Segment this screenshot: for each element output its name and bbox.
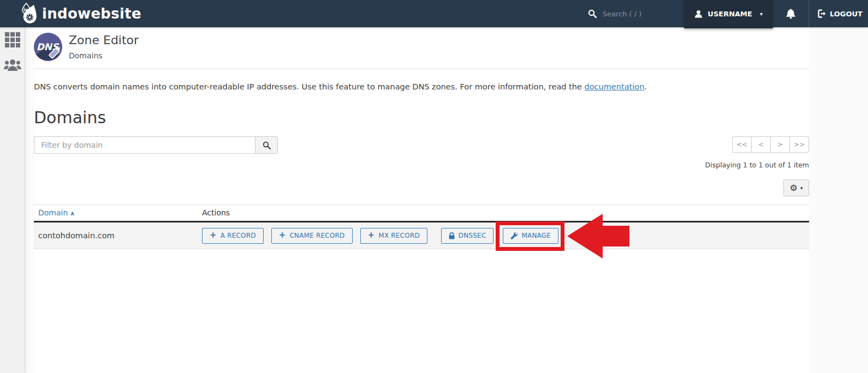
bell-icon <box>786 8 796 19</box>
pagination: << < > >> <box>732 136 809 153</box>
left-sidebar <box>0 27 25 373</box>
domain-cell: contohdomain.com <box>34 231 195 240</box>
pagination-prev-button[interactable]: < <box>751 136 771 153</box>
plus-icon: + <box>210 231 217 239</box>
nav-search-field[interactable]: Search ( / ) <box>588 9 642 18</box>
wrench-icon <box>510 232 518 239</box>
pagination-last-button[interactable]: >> <box>789 136 809 153</box>
notifications-button[interactable] <box>773 0 808 27</box>
chevron-down-icon: ▾ <box>760 11 763 17</box>
dns-zone-editor-icon: DNS <box>34 33 62 61</box>
brand-name: indowebsite <box>42 5 141 22</box>
filter-search-button[interactable] <box>255 136 278 154</box>
domain-header-label: Domain <box>38 208 68 217</box>
user-icon <box>694 10 703 18</box>
add-a-record-button[interactable]: + A RECORD <box>202 228 264 244</box>
main-content: DNS Zone Editor Domains DNS converts dom… <box>26 27 868 373</box>
chevron-down-icon: ▾ <box>800 185 803 191</box>
column-header-domain[interactable]: Domain∧ <box>34 208 195 217</box>
button-label: A RECORD <box>221 232 256 239</box>
filter-input[interactable] <box>34 136 255 154</box>
dnssec-button[interactable]: DNSSEC <box>441 228 494 244</box>
logout-button[interactable]: LOGOUT <box>809 0 868 27</box>
domains-heading: Domains <box>34 108 809 127</box>
intro-body: DNS converts domain names into computer-… <box>34 82 585 91</box>
gear-icon: ⚙ <box>790 184 798 192</box>
table-row: contohdomain.com + A RECORD + CNAME RECO… <box>34 222 809 249</box>
search-icon <box>588 9 597 18</box>
username-label: USERNAME <box>708 10 752 18</box>
pagination-first-button[interactable]: << <box>732 136 752 153</box>
page-title: Zone Editor <box>69 34 139 47</box>
add-mx-record-button[interactable]: + MX RECORD <box>360 228 427 244</box>
logout-label: LOGOUT <box>830 10 863 18</box>
brand-drop-icon: iw <box>20 3 41 25</box>
brand-logo[interactable]: iw indowebsite <box>20 3 141 25</box>
intro-suffix: . <box>644 82 647 91</box>
user-menu[interactable]: USERNAME ▾ <box>684 0 773 28</box>
search-icon <box>263 141 271 149</box>
documentation-link[interactable]: documentation <box>585 82 645 91</box>
breadcrumb: Domains <box>69 51 139 60</box>
filter-group <box>34 136 278 154</box>
pagination-status: Displaying 1 to 1 out of 1 item <box>34 161 809 169</box>
plus-icon: + <box>279 231 286 239</box>
button-label: MX RECORD <box>378 232 420 239</box>
sidebar-item-apps[interactable] <box>0 27 25 52</box>
plus-icon: + <box>368 231 375 239</box>
header-divider <box>34 68 809 69</box>
button-label: MANAGE <box>521 232 551 239</box>
lock-icon <box>449 232 455 239</box>
sidebar-item-users[interactable] <box>0 52 25 77</box>
sort-asc-icon: ∧ <box>70 210 75 217</box>
column-header-actions: Actions <box>195 208 809 217</box>
table-settings-button[interactable]: ⚙ ▾ <box>783 179 809 196</box>
logout-icon <box>818 9 827 18</box>
intro-text: DNS converts domain names into computer-… <box>34 82 809 91</box>
grid-icon <box>5 32 20 47</box>
svg-text:iw: iw <box>23 8 29 13</box>
button-label: CNAME RECORD <box>290 232 345 239</box>
button-label: DNSSEC <box>459 232 486 239</box>
nav-search-placeholder: Search ( / ) <box>603 10 642 18</box>
actions-cell: + A RECORD + CNAME RECORD + MX RECORD <box>195 228 809 244</box>
pagination-next-button[interactable]: > <box>770 136 790 153</box>
top-navbar: iw indowebsite Search ( / ) USERNAME ▾ <box>0 0 868 27</box>
add-cname-record-button[interactable]: + CNAME RECORD <box>271 228 353 244</box>
manage-highlight-area: MANAGE <box>503 228 558 244</box>
domains-table: Domain∧ Actions contohdomain.com + A REC… <box>34 204 809 249</box>
table-header-row: Domain∧ Actions <box>34 204 809 222</box>
manage-button[interactable]: MANAGE <box>503 228 558 244</box>
users-group-icon <box>4 58 21 71</box>
page-header: DNS Zone Editor Domains <box>34 33 809 61</box>
